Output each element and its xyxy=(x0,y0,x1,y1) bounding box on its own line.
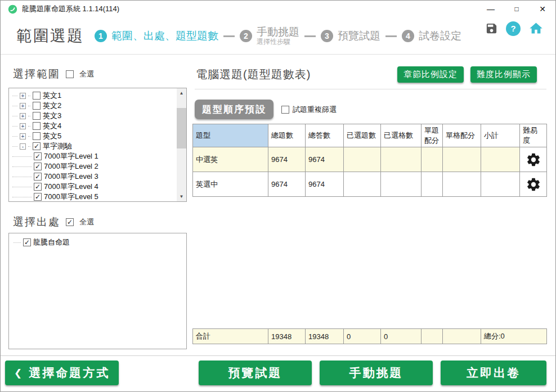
home-icon[interactable] xyxy=(528,21,544,36)
duplicate-filter-label: 試題重複篩選 xyxy=(293,105,337,115)
totals-total: 19348 xyxy=(268,329,306,344)
expand-icon[interactable]: + xyxy=(20,93,26,99)
totals-score: 總分:0 xyxy=(481,329,547,344)
cell-per-question-score-input[interactable] xyxy=(422,172,443,197)
step-separator xyxy=(385,35,397,37)
tree-item[interactable]: +英文3 xyxy=(12,111,186,121)
totals-per-question xyxy=(422,329,443,344)
range-select-all-label: 全選 xyxy=(79,69,94,79)
checkbox[interactable] xyxy=(33,122,41,130)
expand-icon[interactable]: + xyxy=(20,103,26,109)
chapter-ratio-button[interactable]: 章節比例設定 xyxy=(397,66,464,83)
col-header-selected-cells: 已選格數 xyxy=(381,124,422,147)
step-2-manual[interactable]: 2 手動挑題 選擇性步驟 xyxy=(240,26,299,46)
manual-pick-button[interactable]: 手動挑題 xyxy=(320,361,433,385)
checkbox[interactable] xyxy=(34,152,42,160)
computer-select-title: 電腦選題(題型題數表) xyxy=(196,67,311,82)
close-button[interactable]: ✕ xyxy=(530,1,555,17)
cell-per-cell-score-input[interactable] xyxy=(443,172,481,197)
col-header-answers: 總答數 xyxy=(306,124,344,147)
step-2-label: 手動挑題 xyxy=(257,26,299,38)
checkbox[interactable] xyxy=(33,142,41,150)
totals-table: 合計 19348 19348 0 0 總分:0 xyxy=(192,328,547,344)
app-window: 龍騰題庫命題系統 1.1.14(114) — □ ✕ 範圍選題 1 範圍、出處、… xyxy=(0,0,556,392)
tree-item[interactable]: +英文4 xyxy=(12,121,186,131)
col-header-type: 題型 xyxy=(193,124,268,147)
tree-item[interactable]: 7000單字Level 2 xyxy=(12,161,186,172)
checkbox[interactable] xyxy=(33,132,41,140)
expand-icon[interactable]: + xyxy=(20,113,26,119)
tree-item[interactable]: +英文5 xyxy=(12,131,186,141)
app-header: 範圍選題 1 範圍、出處、題型題數 2 手動挑題 選擇性步驟 3 預覽試題 4 xyxy=(1,17,555,55)
totals-selected-cells: 0 xyxy=(381,329,422,344)
page-title: 範圍選題 xyxy=(16,25,84,47)
scrollbar-thumb[interactable] xyxy=(177,108,186,148)
collapse-icon[interactable]: - xyxy=(20,143,26,150)
checkbox[interactable] xyxy=(33,92,41,100)
checkbox[interactable] xyxy=(34,163,42,170)
col-header-per-question-score: 單題配分 xyxy=(422,124,443,147)
title-bar: 龍騰題庫命題系統 1.1.14(114) — □ ✕ xyxy=(1,1,555,17)
range-select-all-checkbox[interactable] xyxy=(66,70,74,78)
scrollbar-track[interactable] xyxy=(177,98,186,192)
checkbox[interactable] xyxy=(34,193,42,201)
cell-selected-cells-input[interactable] xyxy=(381,172,422,197)
cell-selected-input[interactable] xyxy=(344,147,381,172)
step-3-preview[interactable]: 3 預覽試題 xyxy=(321,30,380,42)
tree-item[interactable]: 龍騰自命題 xyxy=(14,237,186,247)
step-1-range[interactable]: 1 範圍、出處、題型題數 xyxy=(95,30,218,42)
tree-scrollbar[interactable]: ▲ ▼ xyxy=(177,88,186,201)
generate-exam-button[interactable]: 立即出卷 xyxy=(441,361,546,385)
totals-row: 合計 19348 19348 0 0 總分:0 xyxy=(193,329,547,344)
cell-total: 9674 xyxy=(268,172,306,197)
back-to-mode-button[interactable]: ❮ 選擇命題方式 xyxy=(5,361,119,385)
save-icon[interactable] xyxy=(485,22,498,35)
cell-answers: 9674 xyxy=(306,147,344,172)
col-header-difficulty: 難易度 xyxy=(520,124,547,147)
tree-item[interactable]: 7000單字Level 3 xyxy=(12,172,186,182)
col-header-per-cell-score: 單格配分 xyxy=(443,124,481,147)
help-icon[interactable]: ? xyxy=(506,21,521,36)
difficulty-gear-icon[interactable] xyxy=(526,150,541,169)
tree-item[interactable]: -單字測驗 xyxy=(12,141,186,151)
source-tree: 龍騰自命題 xyxy=(8,233,187,349)
duplicate-filter-checkbox[interactable] xyxy=(281,106,289,114)
step-4-settings[interactable]: 4 試卷設定 xyxy=(402,30,461,42)
type-order-default-button[interactable]: 題型順序預設 xyxy=(195,100,273,119)
wizard-stepper: 1 範圍、出處、題型題數 2 手動挑題 選擇性步驟 3 預覽試題 4 試卷設定 xyxy=(95,22,461,50)
maximize-button[interactable]: □ xyxy=(504,1,530,17)
tree-item[interactable]: 7000單字Level 4 xyxy=(12,182,186,192)
cell-per-question-score-input[interactable] xyxy=(422,147,443,172)
tree-item[interactable]: 7000單字Level 1 xyxy=(12,151,186,161)
checkbox[interactable] xyxy=(23,238,31,246)
step-1-label: 範圍、出處、題型題數 xyxy=(111,30,218,42)
step-3-badge: 3 xyxy=(321,30,333,42)
cell-per-cell-score-input[interactable] xyxy=(443,147,481,172)
tree-item[interactable]: +英文2 xyxy=(12,101,186,111)
tree-item[interactable]: +英文1 xyxy=(12,91,186,101)
col-header-subtotal: 小計 xyxy=(481,124,520,147)
expand-icon[interactable]: + xyxy=(20,133,26,139)
checkbox[interactable] xyxy=(33,102,41,110)
scroll-up-icon[interactable]: ▲ xyxy=(177,88,186,98)
minimize-button[interactable]: — xyxy=(478,1,504,17)
difficulty-gear-icon[interactable] xyxy=(526,174,541,194)
source-select-all-label: 全選 xyxy=(79,217,94,227)
scroll-down-icon[interactable]: ▼ xyxy=(177,192,186,201)
step-1-badge: 1 xyxy=(95,30,107,42)
expand-icon[interactable]: + xyxy=(20,123,26,129)
totals-label: 合計 xyxy=(193,329,268,344)
source-select-all-checkbox[interactable] xyxy=(66,218,74,226)
checkbox[interactable] xyxy=(34,173,42,181)
checkbox[interactable] xyxy=(34,183,42,191)
cell-selected-input[interactable] xyxy=(344,172,381,197)
difficulty-ratio-button[interactable]: 難度比例顯示 xyxy=(470,66,537,83)
source-section-header: 選擇出處 全選 xyxy=(13,215,94,229)
checkbox[interactable] xyxy=(33,112,41,120)
preview-questions-button[interactable]: 預覽試題 xyxy=(199,361,312,385)
step-4-badge: 4 xyxy=(402,30,414,42)
cell-selected-cells-input[interactable] xyxy=(381,147,422,172)
step-2-sublabel: 選擇性步驟 xyxy=(257,38,299,46)
tree-item[interactable]: 7000單字Level 5 xyxy=(12,192,186,202)
divider xyxy=(1,355,555,356)
